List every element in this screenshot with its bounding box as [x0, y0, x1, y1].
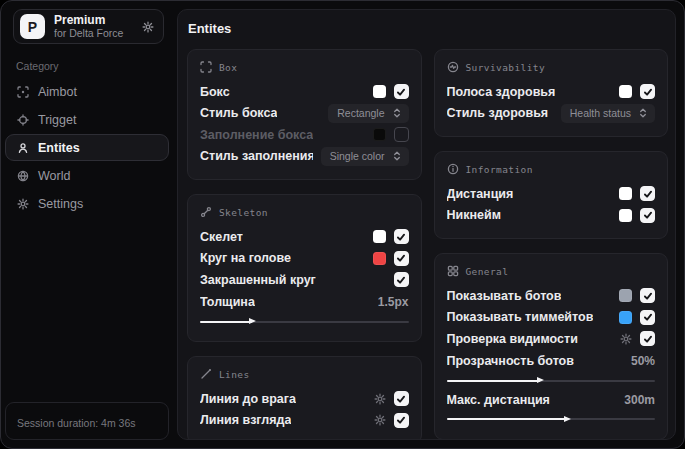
checkbox[interactable] [394, 413, 409, 428]
color-swatch[interactable] [373, 128, 386, 141]
setting-label: Полоса здоровья [447, 85, 556, 99]
section-title: Skeleton [219, 207, 268, 218]
checkbox[interactable] [394, 84, 409, 99]
slider[interactable] [447, 376, 656, 385]
checkbox[interactable] [394, 272, 409, 287]
setting-label: Проверка видимости [447, 332, 578, 346]
checkbox[interactable] [640, 186, 655, 201]
setting-label: Дистанция [447, 187, 514, 201]
slider[interactable] [200, 317, 409, 326]
checkbox[interactable] [394, 391, 409, 406]
slider[interactable] [447, 415, 656, 424]
color-swatch[interactable] [373, 230, 386, 243]
setting-row-круг-на-голове: Круг на голове [200, 248, 409, 270]
chevrons-up-down-icon [391, 107, 403, 119]
sidebar-item-aimbot[interactable]: Aimbot [5, 78, 169, 105]
section-header: Lines [200, 368, 409, 380]
color-swatch[interactable] [619, 289, 632, 302]
color-swatch[interactable] [619, 311, 632, 324]
setting-label: Заполнение бокса [200, 128, 313, 142]
main-panel: Entites BoxБоксСтиль боксаRectangleЗапол… [177, 9, 676, 440]
sidebar-item-label: Settings [38, 197, 83, 211]
section-survivability: SurvivabilityПолоса здоровьяСтиль здоров… [434, 49, 669, 137]
setting-row-никнейм: Никнейм [447, 205, 656, 227]
color-swatch[interactable] [373, 85, 386, 98]
setting-row-проверка-видимости: Проверка видимости [447, 328, 656, 350]
logo-initial: P [28, 19, 37, 35]
checkbox[interactable] [394, 229, 409, 244]
setting-row-линия-до-врага: Линия до врага [200, 388, 409, 410]
slider-thumb[interactable] [537, 377, 544, 383]
section-header: Survivability [447, 61, 656, 73]
color-swatch[interactable] [619, 85, 632, 98]
setting-row-показывать-тиммейтов: Показывать тиммейтов [447, 307, 656, 329]
section-header: Box [200, 61, 409, 73]
select-стиль-бокса[interactable]: Rectangle [328, 104, 408, 123]
sidebar-nav: AimbotTriggetEntitesWorldSettings [1, 78, 173, 217]
setting-label: Стиль здоровья [447, 106, 549, 120]
color-swatch[interactable] [373, 252, 386, 265]
setting-label: Показывать ботов [447, 289, 562, 303]
world-icon [17, 170, 29, 182]
select-стиль-здоровья[interactable]: Health status [561, 104, 655, 123]
settings-icon[interactable] [374, 414, 386, 426]
left-column: BoxБоксСтиль боксаRectangleЗаполнение бо… [187, 49, 422, 440]
checkbox[interactable] [640, 288, 655, 303]
setting-label: Прозрачность ботов [447, 354, 574, 368]
select-value: Health status [570, 107, 631, 119]
setting-label: Бокс [200, 85, 230, 99]
select-value: Rectangle [337, 107, 384, 119]
setting-row-стиль-здоровья: Стиль здоровьяHealth status [447, 103, 656, 125]
setting-row-стиль-бокса: Стиль боксаRectangle [200, 103, 409, 125]
section-information: InformationДистанцияНикнейм [434, 151, 669, 239]
logo-card: P Premium for Delta Force [13, 9, 164, 44]
right-column: SurvivabilityПолоса здоровьяСтиль здоров… [434, 49, 669, 440]
trigget-icon [17, 114, 29, 126]
aimbot-icon [17, 86, 29, 98]
section-skeleton: SkeletonСкелетКруг на головеЗакрашенный … [187, 194, 422, 342]
checkbox[interactable] [640, 331, 655, 346]
sidebar-item-entites[interactable]: Entites [5, 134, 169, 161]
slider-thumb[interactable] [249, 318, 256, 324]
page-title: Entites [188, 21, 668, 36]
select-стиль-заполнения[interactable]: Single color [321, 147, 409, 166]
slider-setting-макс-дистанция: Макс. дистанция300m [447, 388, 656, 427]
settings-icon[interactable] [374, 393, 386, 405]
checkbox[interactable] [394, 127, 409, 142]
gear-icon[interactable] [142, 21, 154, 33]
session-duration: Session duration: 4m 36s [17, 417, 135, 429]
setting-label: Стиль заполнения [200, 149, 313, 163]
skeleton-icon [200, 206, 212, 218]
sidebar: P Premium for Delta Force Category Aimbo… [1, 1, 173, 448]
setting-label: Круг на голове [200, 251, 291, 265]
slider-thumb[interactable] [564, 416, 571, 422]
app-title: Premium [54, 14, 133, 28]
app-window: P Premium for Delta Force Category Aimbo… [0, 0, 685, 449]
sidebar-item-world[interactable]: World [5, 162, 169, 189]
chevrons-up-down-icon [637, 107, 649, 119]
setting-label: Скелет [200, 230, 243, 244]
color-swatch[interactable] [619, 187, 632, 200]
general-icon [447, 265, 459, 277]
survivability-icon [447, 61, 459, 73]
app-subtitle: for Delta Force [54, 27, 133, 39]
checkbox[interactable] [394, 251, 409, 266]
sidebar-item-trigget[interactable]: Trigget [5, 106, 169, 133]
checkbox[interactable] [640, 84, 655, 99]
setting-row-бокс: Бокс [200, 81, 409, 103]
section-title: General [466, 266, 509, 277]
setting-label: Толщина [200, 295, 255, 309]
setting-row-закрашенный-круг: Закрашенный круг [200, 269, 409, 291]
slider-value: 50% [631, 354, 655, 368]
box-icon [200, 61, 212, 73]
checkbox[interactable] [640, 208, 655, 223]
slider-setting-толщина: Толщина1.5px [200, 291, 409, 330]
checkbox[interactable] [640, 310, 655, 325]
sidebar-item-label: Entites [38, 141, 80, 155]
setting-label: Стиль бокса [200, 106, 277, 120]
section-title: Information [466, 164, 533, 175]
sidebar-item-settings[interactable]: Settings [5, 190, 169, 217]
settings-icon[interactable] [620, 333, 632, 345]
color-swatch[interactable] [619, 209, 632, 222]
section-title: Box [219, 62, 237, 73]
